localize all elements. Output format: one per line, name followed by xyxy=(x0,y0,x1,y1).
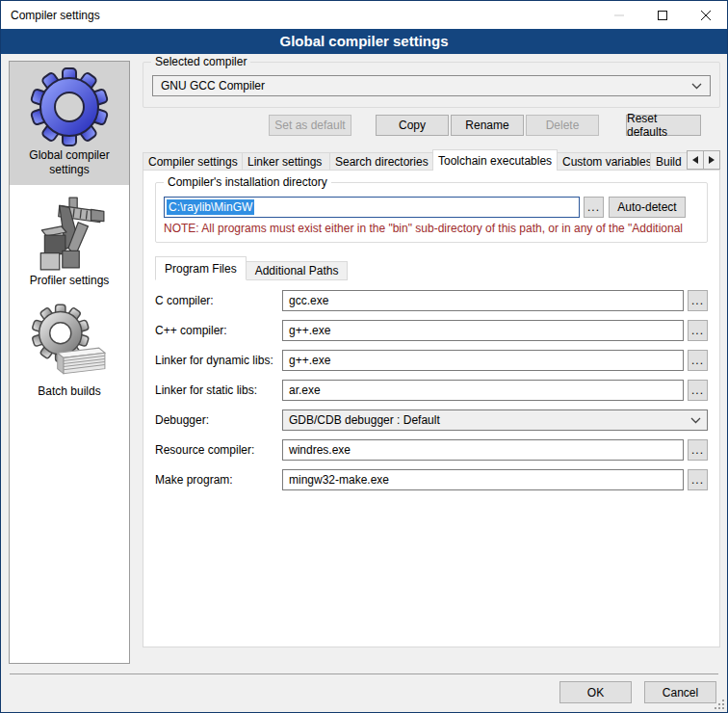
browse-directory-button[interactable]: ... xyxy=(584,197,604,218)
linker-for-static-libs-input[interactable]: ar.exe xyxy=(282,380,684,401)
auto-detect-button[interactable]: Auto-detect xyxy=(609,197,686,218)
field-label: Debugger: xyxy=(155,413,282,427)
sidebar-item-profiler-settings[interactable]: Profiler settings xyxy=(10,187,129,296)
input-value: ar.exe xyxy=(289,383,321,397)
c-compiler-input[interactable]: gcc.exe xyxy=(282,290,684,311)
gear-blue-icon xyxy=(30,67,109,146)
maximize-button[interactable] xyxy=(640,1,684,29)
input-value: mingw32-make.exe xyxy=(289,473,389,487)
arrow-left-icon xyxy=(692,156,698,164)
input-value: g++.exe xyxy=(289,354,330,367)
field-label: C++ compiler: xyxy=(155,324,282,337)
close-icon xyxy=(701,11,711,20)
bin-subdirectory-note: NOTE: All programs must exist either in … xyxy=(164,222,699,235)
form-row-debugger: Debugger:GDB/CDB debugger : Default xyxy=(155,409,708,431)
chevron-down-icon xyxy=(691,83,702,90)
page-title: Global compiler settings xyxy=(1,29,727,54)
caliper-icon xyxy=(30,193,109,272)
title-bar[interactable]: Compiler settings xyxy=(1,1,727,29)
linker-for-dynamic-libs-input[interactable]: g++.exe xyxy=(282,350,684,371)
compiler-actions: Set as defaultCopyRenameDeleteReset defa… xyxy=(143,115,720,136)
installation-directory-input[interactable]: C:\raylib\MinGW xyxy=(164,197,580,218)
minimize-icon xyxy=(614,11,624,20)
resource-compiler-input[interactable]: windres.exe xyxy=(282,439,684,461)
settings-tabs: Compiler settingsLinker settingsSearch d… xyxy=(143,148,720,171)
chevron-down-icon xyxy=(690,417,701,424)
browse-button[interactable]: ... xyxy=(688,469,708,490)
form-row-make-program: Make program:mingw32-make.exe... xyxy=(155,469,708,490)
tab-scroll-right-button[interactable] xyxy=(703,150,720,170)
selected-compiler-group: Selected compiler GNU GCC Compiler xyxy=(143,62,720,108)
close-button[interactable] xyxy=(684,1,727,29)
tab-search-directories[interactable]: Search directories xyxy=(329,152,433,171)
tab-scroll xyxy=(688,150,720,170)
input-value: windres.exe xyxy=(289,443,351,457)
field-label: C compiler: xyxy=(155,294,282,307)
rename-button[interactable]: Rename xyxy=(451,115,524,136)
browse-button[interactable]: ... xyxy=(688,439,708,461)
input-value: g++.exe xyxy=(289,324,330,337)
main-panel: Selected compiler GNU GCC Compiler Set a… xyxy=(143,61,720,647)
browse-button[interactable]: ... xyxy=(688,320,708,341)
compiler-select-value: GNU GCC Compiler xyxy=(161,79,686,92)
gear-stack-icon xyxy=(30,304,109,383)
subtab-additional-paths[interactable]: Additional Paths xyxy=(246,261,349,280)
reset-defaults-button[interactable]: Reset defaults xyxy=(626,115,701,136)
make-program-input[interactable]: mingw32-make.exe xyxy=(282,469,684,490)
footer-separator xyxy=(10,673,718,674)
tab-custom-variables[interactable]: Custom variables xyxy=(557,152,651,171)
installation-directory-group: Compiler's installation directory C:\ray… xyxy=(155,182,708,243)
form-row-c-compiler: C++ compiler:g++.exe... xyxy=(155,320,708,341)
sidebar-item-global-compiler-settings[interactable]: Global compiler settings xyxy=(10,62,129,185)
tab-build[interactable]: Build xyxy=(650,152,689,171)
form-row-c-compiler: C compiler:gcc.exe... xyxy=(155,290,708,311)
form-row-linker-for-static-libs: Linker for static libs:ar.exe... xyxy=(155,380,708,401)
field-label: Resource compiler: xyxy=(155,443,282,457)
toolchain-form: C compiler:gcc.exe...C++ compiler:g++.ex… xyxy=(155,290,708,490)
dialog-content: Global compiler settingsProfiler setting… xyxy=(1,54,727,712)
sidebar-item-label: Profiler settings xyxy=(12,274,127,288)
debugger-select[interactable]: GDB/CDB debugger : Default xyxy=(282,409,708,431)
copy-button[interactable]: Copy xyxy=(376,115,449,136)
browse-button[interactable]: ... xyxy=(688,290,708,311)
compiler-settings-dialog: Compiler settings Global compiler settin… xyxy=(0,0,728,713)
tab-scroll-left-button[interactable] xyxy=(687,150,704,170)
tab-toolchain-executables[interactable]: Toolchain executables xyxy=(432,149,558,171)
maximize-icon xyxy=(658,11,667,20)
browse-button[interactable]: ... xyxy=(688,380,708,401)
sidebar-item-batch-builds[interactable]: Batch builds xyxy=(10,298,129,407)
select-value: GDB/CDB debugger : Default xyxy=(289,413,685,427)
tab-compiler-settings[interactable]: Compiler settings xyxy=(143,152,243,171)
form-row-resource-compiler: Resource compiler:windres.exe... xyxy=(155,439,708,461)
installation-directory-label: Compiler's installation directory xyxy=(164,175,331,189)
c-compiler-input[interactable]: g++.exe xyxy=(282,320,684,341)
selected-compiler-label: Selected compiler xyxy=(151,55,250,68)
browse-button[interactable]: ... xyxy=(688,350,708,371)
delete-button: Delete xyxy=(526,115,599,136)
footer-buttons: OK Cancel xyxy=(547,681,716,703)
subtab-program-files[interactable]: Program Files xyxy=(155,256,247,280)
window-title: Compiler settings xyxy=(1,9,597,22)
minimize-button xyxy=(597,1,640,29)
arrow-right-icon xyxy=(709,156,715,164)
cancel-button[interactable]: Cancel xyxy=(644,681,716,703)
sidebar-item-label: Global compiler settings xyxy=(12,148,127,177)
ok-button[interactable]: OK xyxy=(559,681,632,703)
sidebar-item-label: Batch builds xyxy=(12,384,127,399)
toolchain-executables-page: Compiler's installation directory C:\ray… xyxy=(143,170,720,647)
program-files-tabs: Program FilesAdditional Paths xyxy=(155,256,719,280)
field-label: Linker for dynamic libs: xyxy=(155,354,282,367)
settings-sidebar: Global compiler settingsProfiler setting… xyxy=(9,61,130,664)
field-label: Make program: xyxy=(155,473,282,487)
input-value: gcc.exe xyxy=(289,294,328,307)
field-label: Linker for static libs: xyxy=(155,383,282,397)
set-as-default-button: Set as default xyxy=(269,115,351,136)
installation-directory-value: C:\raylib\MinGW xyxy=(167,199,254,215)
form-row-linker-for-dynamic-libs: Linker for dynamic libs:g++.exe... xyxy=(155,350,708,371)
resize-grip-icon[interactable] xyxy=(714,699,725,710)
compiler-select[interactable]: GNU GCC Compiler xyxy=(152,75,711,96)
tab-linker-settings[interactable]: Linker settings xyxy=(242,152,330,171)
